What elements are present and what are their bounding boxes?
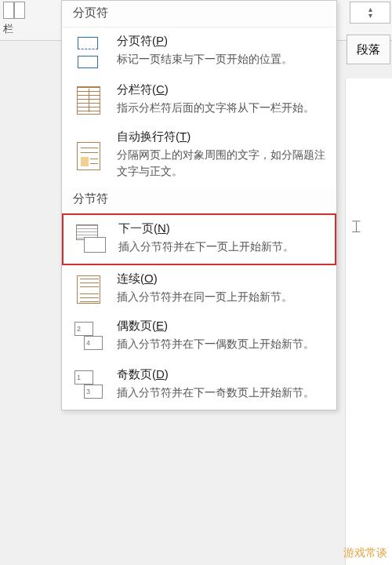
odd-page-icon: 13 <box>73 370 104 402</box>
next-page-icon <box>74 224 106 256</box>
menu-item-title: 下一页(N) <box>118 221 325 236</box>
menu-item-desc: 插入分节符并在同一页上开始新节。 <box>117 289 327 304</box>
ribbon-columns-group: 栏 <box>3 0 58 36</box>
paragraph-button-label: 段落 <box>357 42 380 57</box>
page-break-icon <box>73 37 104 68</box>
menu-item-even-page[interactable]: 24 偶数页(E) 插入分节符并在下一偶数页上开始新节。 <box>62 312 336 361</box>
menu-item-text-wrapping-break[interactable]: 自动换行符(T) 分隔网页上的对象周围的文字，如分隔题注文字与正文。 <box>62 123 336 187</box>
menu-item-desc: 分隔网页上的对象周围的文字，如分隔题注文字与正文。 <box>117 147 327 179</box>
menu-item-desc: 插入分节符并在下一页上开始新节。 <box>118 239 325 254</box>
menu-item-title: 分页符(P) <box>117 34 327 49</box>
columns-icon[interactable] <box>3 2 25 19</box>
section-header-page-breaks: 分页符 <box>62 1 336 27</box>
continuous-icon <box>77 275 100 304</box>
menu-item-title: 偶数页(E) <box>117 319 327 334</box>
text-wrapping-icon <box>77 142 100 170</box>
paragraph-button[interactable]: 段落 <box>347 35 390 64</box>
menu-item-title: 奇数页(D) <box>117 367 327 382</box>
menu-item-title: 连续(O) <box>117 272 327 286</box>
menu-item-column-break[interactable]: 分栏符(C) 指示分栏符后面的文字将从下一栏开始。 <box>62 76 336 123</box>
document-canvas <box>345 78 392 565</box>
chevron-down-icon[interactable]: ▾ <box>368 13 372 19</box>
menu-item-next-page[interactable]: 下一页(N) 插入分节符并在下一页上开始新节。 <box>62 213 336 265</box>
menu-item-page-break[interactable]: 分页符(P) 标记一页结束与下一页开始的位置。 <box>62 27 336 76</box>
indent-spinner[interactable]: ▴ ▾ <box>350 2 390 24</box>
breaks-dropdown-menu: 分页符 分页符(P) 标记一页结束与下一页开始的位置。 分栏符(C) 指示分栏符… <box>61 0 337 410</box>
menu-item-odd-page[interactable]: 13 奇数页(D) 插入分节符并在下一奇数页上开始新节。 <box>62 361 336 410</box>
menu-item-title: 分栏符(C) <box>117 82 327 97</box>
menu-item-desc: 标记一页结束与下一页开始的位置。 <box>117 51 327 67</box>
even-page-icon: 24 <box>73 322 104 353</box>
text-cursor-icon: ⌶ <box>352 218 361 235</box>
columns-label[interactable]: 栏 <box>3 22 58 36</box>
menu-item-desc: 指示分栏符后面的文字将从下一栏开始。 <box>117 100 327 115</box>
menu-item-desc: 插入分节符并在下一偶数页上开始新节。 <box>117 336 327 352</box>
section-header-section-breaks: 分节符 <box>62 187 336 213</box>
column-break-icon <box>77 86 100 115</box>
menu-item-desc: 插入分节符并在下一奇数页上开始新节。 <box>117 385 327 400</box>
menu-item-continuous[interactable]: 连续(O) 插入分节符并在同一页上开始新节。 <box>62 265 336 312</box>
watermark: 游戏常谈 <box>343 546 387 560</box>
menu-item-title: 自动换行符(T) <box>117 129 327 144</box>
